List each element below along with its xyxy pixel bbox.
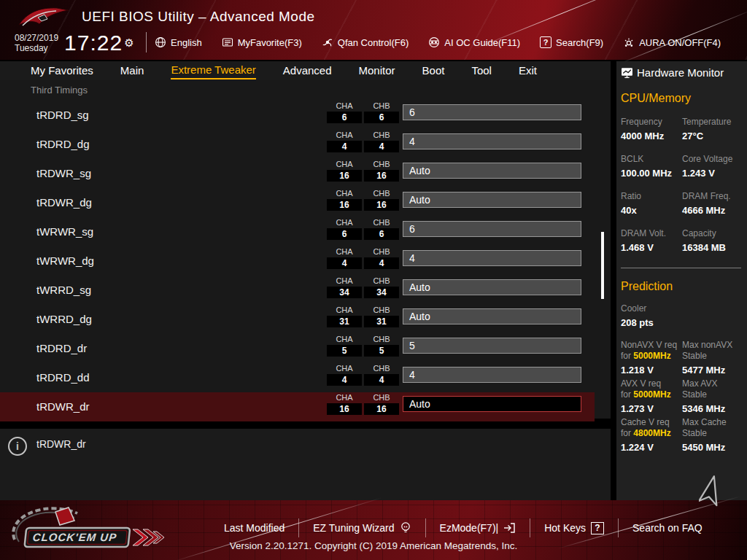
timing-name: tWRRD_dg bbox=[36, 313, 92, 325]
timing-value-input[interactable] bbox=[403, 221, 581, 237]
tab-advanced[interactable]: Advanced bbox=[283, 63, 332, 79]
chb-value: 34 bbox=[364, 287, 399, 298]
hot-keys-button[interactable]: Hot Keys ? bbox=[541, 522, 608, 534]
info-icon: i bbox=[8, 437, 27, 456]
search-label: Search(F9) bbox=[556, 37, 603, 48]
timing-value-input[interactable] bbox=[403, 396, 581, 412]
cha-cell: CHA 16 bbox=[327, 189, 362, 211]
question-box-icon: ? bbox=[540, 36, 551, 48]
footer-actions: Last Modified EZ Tuning Wizard EzMode(F7… bbox=[220, 516, 706, 540]
chb-value: 31 bbox=[364, 316, 399, 327]
ai-oc-guide-button[interactable]: AI OC Guide(F11) bbox=[428, 36, 520, 48]
tab-main[interactable]: Main bbox=[120, 63, 144, 79]
ez-tuning-wizard-button[interactable]: EZ Tuning Wizard bbox=[309, 521, 414, 534]
aura-toggle-button[interactable]: AURA ON/OFF(F4) bbox=[623, 36, 721, 48]
timing-name: tRDRD_dg bbox=[36, 138, 90, 150]
footer-separator bbox=[618, 518, 619, 537]
chb-label: CHB bbox=[364, 364, 399, 373]
cha-cell: CHA 34 bbox=[327, 276, 362, 298]
timing-name: tWRWR_sg bbox=[36, 225, 93, 238]
chb-label: CHB bbox=[364, 218, 399, 228]
tab-my-favorites[interactable]: My Favorites bbox=[31, 63, 93, 79]
timing-row-trdrd-dg[interactable]: tRDRD_dg CHA 4 CHB 4 bbox=[0, 130, 611, 159]
question-box-icon: ? bbox=[591, 522, 604, 534]
timing-value-input[interactable] bbox=[403, 133, 581, 149]
timing-row-twrwr-dg[interactable]: tWRWR_dg CHA 4 CHB 4 bbox=[0, 246, 611, 276]
footer-separator bbox=[425, 518, 426, 537]
timing-value-input[interactable] bbox=[403, 104, 581, 120]
chb-cell: CHB 4 bbox=[364, 247, 399, 269]
prediction-stats: NonAVX V req for 5000MHz 1.218 V Max non… bbox=[621, 340, 743, 453]
tab-extreme-tweaker[interactable]: Extreme Tweaker bbox=[171, 62, 255, 79]
ai-oc-guide-label: AI OC Guide(F11) bbox=[444, 37, 520, 48]
timing-name: tRDWR_sg bbox=[36, 167, 91, 179]
timing-row-twrrd-dg[interactable]: tWRRD_dg CHA 31 CHB 31 bbox=[0, 305, 611, 334]
freq-highlight: 5000MHz bbox=[633, 389, 670, 400]
chb-label: CHB bbox=[364, 247, 399, 257]
timing-row-trdrd-dr[interactable]: tRDRD_dr CHA 5 CHB 5 bbox=[0, 334, 611, 363]
time-settings-gear-icon[interactable]: ⚙ bbox=[124, 36, 133, 50]
list-scrollbar[interactable] bbox=[601, 232, 604, 299]
timing-row-trdrd-sg[interactable]: tRDRD_sg CHA 6 CHB 6 bbox=[0, 101, 611, 130]
timing-row-trdrd-dd[interactable]: tRDRD_dd CHA 4 CHB 4 bbox=[0, 363, 611, 392]
stat-temperature: Temperature 27°C bbox=[682, 117, 743, 141]
cha-cell: CHA 6 bbox=[327, 218, 362, 240]
chb-label: CHB bbox=[364, 306, 399, 315]
description-panel: i tRDWR_dr bbox=[0, 429, 611, 500]
cha-label: CHA bbox=[327, 189, 362, 198]
tab-exit[interactable]: Exit bbox=[519, 63, 537, 79]
cha-value: 6 bbox=[327, 228, 362, 240]
cha-label: CHA bbox=[327, 218, 362, 228]
cha-cell: CHA 16 bbox=[327, 160, 362, 182]
tab-boot[interactable]: Boot bbox=[422, 63, 445, 79]
cha-cell: CHA 16 bbox=[327, 393, 362, 415]
timing-name: tRDRD_sg bbox=[36, 109, 89, 121]
app-title: UEFI BIOS Utility – Advanced Mode bbox=[82, 9, 315, 25]
chb-value: 4 bbox=[364, 141, 399, 152]
stat-max-avx: Max AVX Stable 5346 MHz bbox=[682, 378, 743, 414]
timing-value-input[interactable] bbox=[403, 367, 581, 383]
last-modified-button[interactable]: Last Modified bbox=[220, 522, 288, 534]
qfan-control-button[interactable]: Qfan Control(F6) bbox=[322, 36, 409, 48]
chb-label: CHB bbox=[364, 160, 399, 169]
hardware-monitor-title: Hardware Monitor bbox=[637, 66, 724, 79]
freq-highlight: 5000MHz bbox=[633, 351, 670, 361]
timing-value-input[interactable] bbox=[403, 163, 581, 179]
chb-cell: CHB 16 bbox=[364, 393, 399, 415]
stat-dram-freq: DRAM Freq. 4666 MHz bbox=[682, 191, 743, 216]
search-on-faq-button[interactable]: Search on FAQ bbox=[629, 522, 706, 534]
chb-label: CHB bbox=[364, 335, 399, 344]
cha-value: 4 bbox=[327, 374, 362, 386]
tab-monitor[interactable]: Monitor bbox=[359, 63, 395, 79]
timing-value-input[interactable] bbox=[403, 192, 581, 208]
panel-divider bbox=[621, 268, 741, 268]
search-button[interactable]: ? Search(F9) bbox=[540, 36, 603, 48]
footer-separator bbox=[298, 518, 299, 537]
cha-value: 4 bbox=[327, 257, 362, 269]
timing-row-twrwr-sg[interactable]: tWRWR_sg CHA 6 CHB 6 bbox=[0, 217, 611, 246]
my-favorite-button[interactable]: MyFavorite(F3) bbox=[222, 36, 302, 48]
timing-row-trdwr-sg[interactable]: tRDWR_sg CHA 16 CHB 16 bbox=[0, 159, 611, 188]
cha-cell: CHA 4 bbox=[327, 247, 362, 269]
timing-name: tRDRD_dr bbox=[36, 342, 87, 354]
chb-label: CHB bbox=[364, 393, 399, 402]
cha-value: 6 bbox=[327, 112, 362, 123]
timing-row-twrrd-sg[interactable]: tWRRD_sg CHA 34 CHB 34 bbox=[0, 276, 611, 305]
timing-row-trdwr-dg[interactable]: tRDWR_dg CHA 16 CHB 16 bbox=[0, 188, 611, 217]
cha-cell: CHA 5 bbox=[327, 335, 362, 357]
favorite-list-icon bbox=[222, 36, 233, 48]
tab-tool[interactable]: Tool bbox=[471, 63, 492, 79]
timing-value-input[interactable] bbox=[403, 279, 581, 295]
ezmode-button[interactable]: EzMode(F7)| bbox=[436, 522, 520, 534]
stat-dram-volt: DRAM Volt. 1.468 V bbox=[621, 228, 682, 253]
chb-value: 4 bbox=[364, 257, 399, 269]
timing-value-input[interactable] bbox=[403, 250, 581, 266]
chb-value: 5 bbox=[364, 345, 399, 357]
timing-row-trdwr-dr-selected[interactable]: tRDWR_dr CHA 16 CHB 16 bbox=[0, 392, 611, 421]
timing-rows: tRDRD_sg CHA 6 CHB 6 tRDRD_dg CHA 4 bbox=[0, 101, 611, 421]
timing-value-input[interactable] bbox=[403, 338, 581, 354]
timing-value-input[interactable] bbox=[403, 308, 581, 324]
language-button[interactable]: English bbox=[155, 36, 202, 48]
cha-label: CHA bbox=[327, 306, 362, 315]
my-favorite-label: MyFavorite(F3) bbox=[238, 37, 302, 48]
